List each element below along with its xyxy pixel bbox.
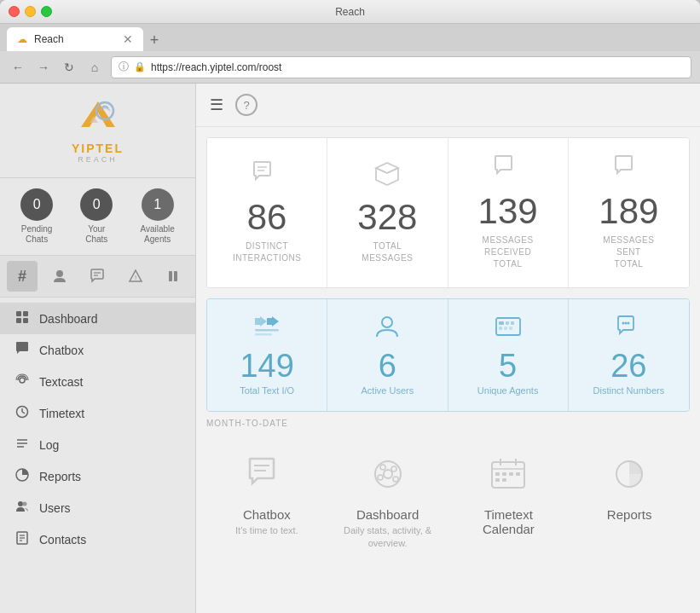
help-icon[interactable]: ? (235, 94, 257, 116)
svg-line-27 (376, 168, 387, 173)
svg-line-28 (387, 168, 398, 173)
total-messages-number: 328 (357, 200, 417, 235)
maximize-button[interactable] (41, 6, 52, 17)
active-tab[interactable]: ☁ Reach ✕ (7, 27, 143, 51)
address-bar[interactable]: ⓘ 🔒 https://reach.yiptel.com/roost (111, 56, 691, 78)
home-button[interactable]: ⌂ (85, 58, 104, 77)
messages-sent-number: 189 (599, 194, 658, 229)
svg-point-45 (384, 470, 392, 478)
available-agents-label: AvailableAgents (140, 224, 174, 245)
chatbox-icon (14, 342, 31, 358)
tab-label: Reach (34, 33, 64, 45)
sidebar-item-textcast[interactable]: Textcast (0, 366, 195, 397)
sidebar-item-log[interactable]: Log (0, 429, 195, 460)
logo-icon (72, 97, 124, 140)
timetext-label: Timetext (39, 407, 84, 420)
users-label: Users (39, 501, 71, 515)
total-text-io-number: 149 (240, 350, 293, 382)
sidebar-item-contacts[interactable]: Contacts (0, 523, 195, 555)
sidebar-item-timetext[interactable]: Timetext (0, 397, 195, 429)
nav-chat[interactable] (82, 261, 113, 292)
messages-received-card: 139 MESSAGESRECEIVEDTotal (448, 138, 569, 287)
svg-rect-6 (174, 271, 177, 281)
your-chats-badge: 0 (80, 188, 113, 221)
tab-close-button[interactable]: ✕ (123, 32, 133, 46)
svg-rect-10 (23, 318, 28, 323)
svg-point-11 (20, 378, 25, 383)
svg-point-1 (56, 270, 63, 277)
unique-agents-label: Unique Agents (477, 385, 539, 396)
status-pending-chats: 0 PendingChats (20, 188, 53, 245)
status-your-chats: 0 YourChats (80, 188, 113, 245)
total-text-io-label: Total Text I/O (240, 385, 294, 396)
total-text-io-icon (253, 315, 281, 344)
svg-rect-55 (502, 472, 506, 476)
bottom-stats-grid: 149 Total Text I/O 6 Active Users (206, 298, 690, 412)
sidebar-item-dashboard[interactable]: Dashboard (0, 303, 195, 334)
textcast-icon (14, 373, 31, 390)
chatbox-bottom-title: Chatbox (243, 507, 291, 522)
total-text-io-card: 149 Total Text I/O (207, 299, 327, 411)
timetext-calendar-bottom-icon (489, 457, 528, 499)
svg-rect-33 (499, 321, 504, 325)
total-messages-label: TOTALMESSAGES (362, 240, 413, 264)
svg-rect-38 (509, 327, 512, 330)
status-row: 0 PendingChats 0 YourChats 1 AvailableAg… (0, 178, 195, 256)
chatbox-bottom-icon (247, 457, 286, 499)
textcast-label: Textcast (39, 375, 83, 389)
close-button[interactable] (9, 6, 20, 17)
svg-point-49 (393, 477, 398, 482)
sidebar-item-reports[interactable]: Reports (0, 460, 195, 492)
svg-point-19 (18, 501, 23, 506)
sidebar-item-users[interactable]: Users (0, 492, 195, 523)
distinct-interactions-icon (252, 161, 281, 193)
chatbox-bottom-sub: It's time to text. (235, 524, 298, 537)
svg-rect-5 (169, 271, 172, 281)
nav-hashtag[interactable]: # (7, 261, 38, 292)
minimize-button[interactable] (25, 6, 36, 17)
active-users-number: 6 (379, 350, 396, 382)
dashboard-bottom-card[interactable]: Dashboard Daily stats, activity, & overv… (327, 440, 448, 564)
back-button[interactable]: ← (9, 58, 27, 77)
nav-warning[interactable]: ! (120, 261, 151, 292)
timetext-icon (14, 405, 31, 421)
svg-rect-57 (516, 472, 520, 476)
svg-rect-58 (495, 478, 500, 482)
available-agents-badge: 1 (142, 188, 174, 221)
svg-rect-9 (16, 318, 21, 323)
active-users-label: Active Users (362, 385, 414, 396)
timetext-calendar-bottom-card[interactable]: Timetext Calendar (448, 440, 570, 564)
refresh-button[interactable]: ↻ (60, 58, 78, 77)
svg-point-20 (23, 502, 27, 506)
stats-section: 86 DISTINCTINTERACTIONS 328 TOTALMESSAGE… (196, 127, 700, 575)
svg-point-41 (628, 322, 630, 325)
svg-rect-30 (255, 333, 272, 336)
messages-sent-card: 189 MESSAGESSENTTotal (569, 138, 689, 287)
tab-icon: ☁ (17, 33, 27, 45)
nav-person[interactable] (44, 261, 75, 292)
svg-point-39 (622, 322, 625, 325)
reports-icon (14, 468, 31, 484)
window-title: Reach (335, 6, 365, 18)
forward-button[interactable]: → (34, 58, 53, 77)
hamburger-icon[interactable]: ☰ (210, 95, 223, 114)
window-controls[interactable] (9, 6, 52, 17)
new-tab-button[interactable]: + (143, 29, 165, 51)
svg-rect-34 (506, 321, 509, 325)
info-icon: ⓘ (119, 60, 129, 74)
nav-pause[interactable] (158, 261, 188, 292)
messages-received-number: 139 (478, 194, 538, 229)
chatbox-bottom-card[interactable]: Chatbox It's time to text. (206, 440, 327, 564)
sidebar-item-chatbox[interactable]: Chatbox (0, 334, 195, 366)
svg-text:!: ! (135, 274, 136, 281)
reports-bottom-icon (610, 457, 649, 499)
svg-point-47 (391, 466, 396, 471)
distinct-numbers-number: 26 (610, 350, 646, 382)
log-label: Log (39, 438, 59, 452)
main-content: ☰ ? 86 DISTINCTINTERACTIONS (196, 84, 700, 613)
reports-bottom-card[interactable]: Reports (569, 440, 690, 564)
ssl-icon: 🔒 (134, 61, 146, 72)
messages-sent-label: MESSAGESSENTTotal (603, 234, 654, 270)
dashboard-bottom-icon (368, 457, 408, 499)
url-text: https://reach.yiptel.com/roost (151, 61, 281, 73)
